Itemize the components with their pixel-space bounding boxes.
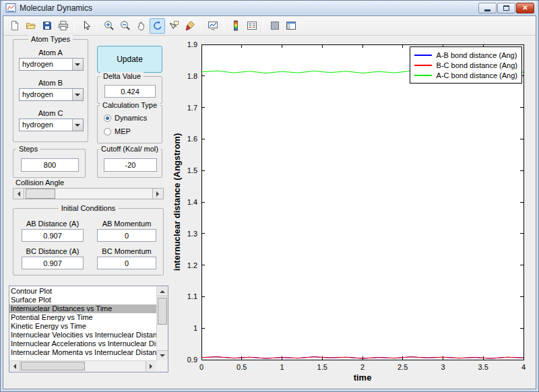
title-bar[interactable]: Molecular Dynamics ✕ [3,1,536,15]
delta-value-panel: Delta Value [97,76,162,104]
show-plot-tools-button[interactable] [283,18,298,34]
dropdown-arrow-icon[interactable] [72,59,83,70]
atom-types-title: Atom Types [28,35,73,43]
calculation-type-title: Calculation Type [100,101,160,109]
calculation-type-panel: Calculation Type Dynamics MEP [97,105,162,143]
list-item-potential-energy[interactable]: Potential Energy vs Time [9,313,156,322]
data-cursor-button[interactable] [166,18,181,34]
delta-value-input[interactable] [104,85,156,98]
mep-option[interactable]: MEP [104,127,131,135]
svg-text:1.8: 1.8 [187,72,197,80]
edit-plot-button[interactable] [78,18,94,34]
hide-plot-tools-icon [270,20,280,31]
ab-distance-input[interactable] [22,229,84,242]
dynamics-option[interactable]: Dynamics [104,114,147,122]
svg-text:2: 2 [360,363,364,371]
slider-thumb[interactable] [26,189,55,199]
list-item-surface-plot[interactable]: Surface Plot [9,296,156,304]
toolbar-separator [97,19,98,32]
dynamics-radio[interactable] [104,115,111,122]
list-item-internuclear-accelerations[interactable]: Internuclear Accelerations vs Internucle… [9,339,156,348]
toolbar-separator [74,19,75,32]
brush-button[interactable] [182,18,197,34]
slider-right-arrow[interactable] [152,189,163,199]
zoom-in-button[interactable] [101,18,117,34]
svg-text:1.2: 1.2 [187,261,197,269]
rotate-3d-button[interactable] [150,18,165,34]
maximize-button[interactable] [497,3,515,13]
minimize-button[interactable] [478,3,497,13]
svg-text:1.3: 1.3 [187,230,197,238]
update-button[interactable]: Update [97,46,162,73]
svg-text:1.7: 1.7 [187,104,197,112]
scroll-left-button[interactable] [9,361,20,371]
atom-types-panel: Atom Types Atom A hydrogen Atom B hydrog… [13,39,88,142]
scroll-up-button[interactable] [157,286,168,296]
slider-left-arrow[interactable] [13,189,24,199]
open-file-button[interactable] [23,18,38,34]
new-figure-button[interactable] [7,18,22,34]
svg-text:1: 1 [280,363,284,371]
list-item-internuclear-distances[interactable]: Internuclear Distances vs Time [9,304,156,313]
legend-line-sample-ac [414,75,432,76]
dropdown-arrow-icon[interactable] [72,89,83,100]
cutoff-panel: Cutoff (Kcal/ mol) [97,149,162,178]
svg-text:0: 0 [199,363,203,371]
bc-momentum-input[interactable] [97,257,156,269]
hide-plot-tools-button[interactable] [267,18,282,34]
zoom-out-button[interactable] [117,18,133,34]
list-item-internuclear-momenta[interactable]: Internuclear Momenta vs Internuclear Dis… [9,348,156,357]
cutoff-input[interactable] [104,158,157,172]
save-figure-icon [42,20,53,31]
collision-angle-slider[interactable] [13,188,164,199]
horizontal-scroll-thumb[interactable] [21,362,85,370]
rotate-3d-icon [152,20,163,31]
legend-label-ac: A-C bond distance (Ang) [437,71,517,79]
atom-b-value: hydrogen [22,90,53,98]
window-controls: ✕ [478,3,534,13]
main-content: Atom Types Atom A hydrogen Atom B hydrog… [3,36,536,389]
minimize-icon [484,9,490,11]
app-body: Atom Types Atom A hydrogen Atom B hydrog… [3,15,536,389]
list-horizontal-scrollbar[interactable] [9,360,156,372]
vertical-scroll-thumb[interactable] [158,298,167,325]
ab-momentum-input[interactable] [97,229,156,242]
scroll-down-button[interactable] [157,350,168,360]
svg-text:1.6: 1.6 [187,135,197,143]
list-vertical-scrollbar[interactable] [156,286,168,360]
right-arrow-icon [150,364,155,369]
list-item-contour-plot[interactable]: Contour Plot [9,287,156,296]
mep-radio-label: MEP [115,127,131,135]
steps-title: Steps [16,145,40,153]
list-item-kinetic-energy[interactable]: Kinetic Energy vs Time [9,322,156,331]
mep-radio[interactable] [104,128,111,135]
close-button[interactable]: ✕ [516,3,534,13]
atom-a-select[interactable]: hydrogen [19,58,84,71]
atom-c-select[interactable]: hydrogen [19,119,84,131]
zoom-in-icon [104,20,115,31]
insert-legend-button[interactable] [244,18,259,34]
print-figure-button[interactable] [55,18,71,34]
steps-input[interactable] [21,158,79,172]
maximize-icon [503,5,509,11]
dropdown-arrow-icon[interactable] [72,119,83,131]
link-plot-button[interactable] [205,18,220,34]
atom-b-select[interactable]: hydrogen [19,88,84,101]
scrollbar-corner [156,360,168,372]
pan-button[interactable] [133,18,149,34]
scroll-right-button[interactable] [146,361,156,371]
plot-type-list-items: Contour Plot Surface Plot Internuclear D… [9,286,156,360]
open-file-icon [26,20,36,31]
bc-distance-input[interactable] [22,257,84,269]
list-item-internuclear-velocities[interactable]: Internuclear Velocities vs Internuclear … [9,331,156,339]
insert-legend-icon [247,20,257,31]
svg-text:1.4: 1.4 [187,198,197,206]
initial-conditions-title: Initial Conditions [59,204,119,212]
save-figure-button[interactable] [39,18,55,34]
plot-canvas: 00.511.522.533.540.911.11.21.31.41.51.61… [168,38,533,389]
steps-panel: Steps [13,149,86,178]
legend-label-ab: A-B bond distance (Ang) [437,51,517,59]
plot-legend: A-B bond distance (Ang) B-C bond distanc… [410,46,522,84]
atom-c-label: Atom C [13,109,88,117]
insert-colorbar-button[interactable] [228,18,243,34]
